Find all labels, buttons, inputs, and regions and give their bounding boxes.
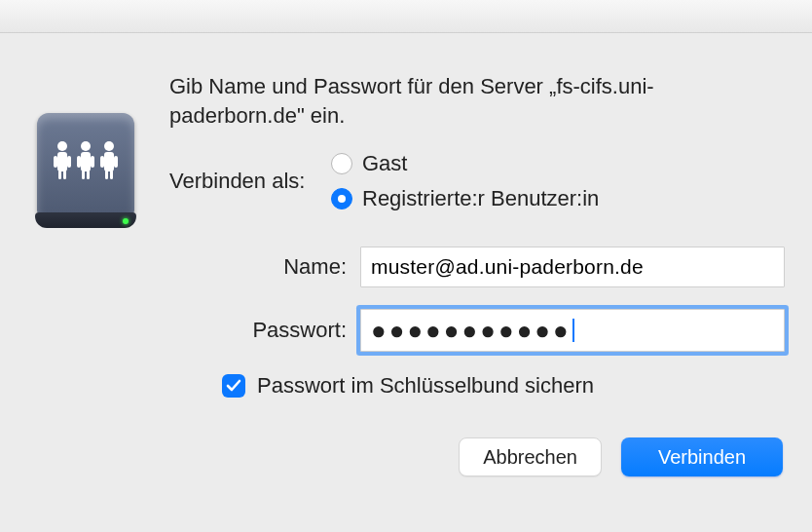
name-label: Name: bbox=[169, 254, 360, 280]
svg-rect-1 bbox=[57, 152, 67, 171]
dialog-body: Gib Name und Passwort für den Server „fs… bbox=[0, 33, 812, 500]
remember-label: Passwort im Schlüsselbund sichern bbox=[257, 373, 594, 399]
svg-rect-13 bbox=[104, 152, 114, 171]
radio-guest[interactable]: Gast bbox=[331, 151, 599, 176]
check-icon bbox=[225, 377, 242, 395]
password-label: Passwort: bbox=[169, 318, 360, 343]
cancel-button[interactable]: Abbrechen bbox=[459, 437, 602, 476]
name-input[interactable] bbox=[360, 247, 785, 287]
svg-rect-8 bbox=[77, 156, 81, 168]
svg-point-6 bbox=[81, 141, 91, 151]
svg-rect-7 bbox=[81, 152, 91, 171]
svg-rect-3 bbox=[67, 156, 71, 168]
svg-rect-14 bbox=[100, 156, 104, 168]
radio-button-icon bbox=[331, 188, 352, 209]
svg-rect-5 bbox=[63, 170, 66, 179]
svg-rect-15 bbox=[114, 156, 118, 168]
connect-as-label: Verbinden als: bbox=[169, 169, 331, 194]
connect-button[interactable]: Verbinden bbox=[621, 437, 783, 476]
remember-checkbox[interactable] bbox=[222, 374, 245, 398]
radio-registered-label: Registrierte:r Benutzer:in bbox=[362, 186, 599, 211]
svg-rect-17 bbox=[110, 170, 113, 179]
svg-rect-16 bbox=[105, 170, 108, 179]
radio-guest-label: Gast bbox=[362, 151, 407, 176]
radio-registered-user[interactable]: Registrierte:r Benutzer:in bbox=[331, 186, 599, 211]
svg-rect-4 bbox=[58, 170, 61, 179]
svg-rect-11 bbox=[87, 170, 90, 179]
window-titlebar bbox=[0, 0, 812, 33]
svg-rect-9 bbox=[91, 156, 94, 168]
password-dots: ●●●●●●●●●●● bbox=[371, 318, 572, 343]
password-input[interactable]: ●●●●●●●●●●● bbox=[360, 309, 785, 352]
svg-point-12 bbox=[104, 141, 114, 151]
text-cursor bbox=[572, 319, 574, 342]
radio-button-icon bbox=[331, 153, 352, 174]
file-server-icon bbox=[33, 109, 138, 230]
prompt-text: Gib Name und Passwort für den Server „fs… bbox=[169, 72, 785, 130]
svg-point-0 bbox=[57, 141, 67, 151]
svg-rect-2 bbox=[54, 156, 57, 168]
svg-rect-10 bbox=[82, 170, 85, 179]
